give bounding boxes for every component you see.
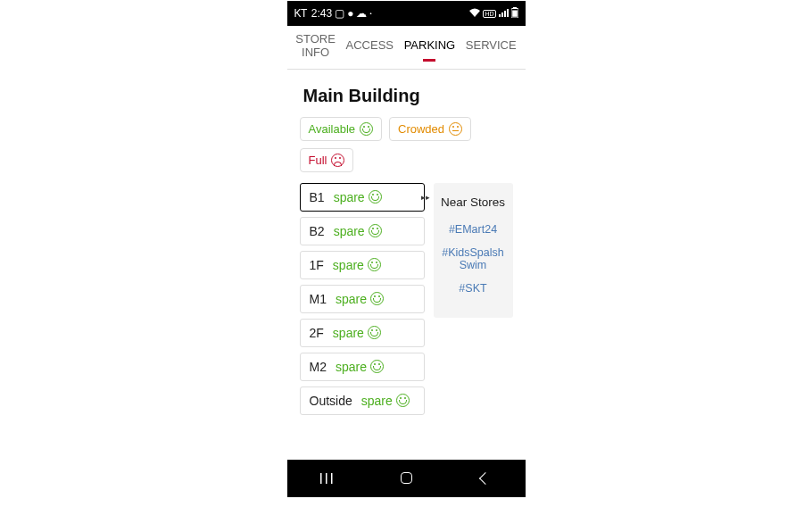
floor-outside[interactable]: Outside spare [300,386,425,415]
legend-available: Available [300,117,383,141]
smile-face-icon [370,360,384,373]
status-bar: KT 2:43 ▢ ● ☁ • HD [287,1,526,26]
neutral-face-icon [449,122,462,136]
home-icon [401,472,412,484]
floor-b2[interactable]: B2 spare [300,217,425,245]
floor-status: spare [334,190,382,204]
floor-status-label: spare [333,326,364,340]
floor-name: M2 [310,360,327,374]
tab-label: STORE [295,33,336,46]
wifi-icon [469,8,480,19]
floor-status: spare [336,360,384,374]
svg-rect-4 [326,473,327,484]
dot-icon: • [369,11,371,16]
floor-status: spare [333,326,381,340]
svg-rect-2 [512,11,518,17]
tab-label: INFO [295,46,336,60]
chevron-right-icon: ▸▸ [421,193,430,202]
floor-2f[interactable]: 2F spare [300,319,425,347]
main-columns: B1 spare ▸▸ B2 spare 1F [300,183,513,415]
android-nav-bar [287,460,526,497]
tab-service[interactable]: SERVICE [463,37,519,58]
near-stores-title: Near Stores [439,195,508,209]
legend-label: Crowded [398,122,444,136]
page-title: Main Building [303,86,513,106]
floor-m2[interactable]: M2 spare [300,353,425,381]
legend-label: Full [309,154,327,167]
floor-b1[interactable]: B1 spare ▸▸ [300,183,425,212]
smile-face-icon [369,224,382,237]
back-icon [479,472,492,485]
smile-face-icon [396,394,410,407]
floor-status-label: spare [334,190,365,204]
floor-list: B1 spare ▸▸ B2 spare 1F [300,183,425,415]
legend-label: Available [309,122,356,136]
near-store-link[interactable]: #KidsSpalsh Swim [439,246,508,271]
legend-crowded: Crowded [389,117,471,141]
floor-name: 2F [310,326,324,340]
carrier-label: KT [294,7,307,20]
chat-icon: ● [347,7,353,20]
floor-1f[interactable]: 1F spare [300,251,425,279]
near-store-link[interactable]: #SKT [439,282,508,295]
floor-status: spare [361,394,410,408]
floor-name: 1F [310,258,324,272]
floor-status-label: spare [336,292,367,306]
svg-rect-5 [331,473,333,484]
legend: Available Crowded Full [300,117,513,172]
smile-face-icon [360,122,373,136]
floor-name: M1 [310,292,327,306]
back-button[interactable] [468,474,503,483]
spacer [287,428,526,460]
floor-status-label: spare [333,258,364,272]
smile-face-icon [369,190,382,204]
hd-icon: HD [483,10,495,18]
near-store-link[interactable]: #EMart24 [439,223,508,236]
home-button[interactable] [388,472,424,484]
legend-full: Full [300,148,354,172]
near-stores-panel: Near Stores #EMart24 #KidsSpalsh Swim #S… [434,183,513,318]
floor-name: B2 [310,224,325,238]
recent-apps-button[interactable] [309,473,344,484]
floor-status: spare [333,258,381,272]
tab-parking[interactable]: PARKING [402,37,459,58]
tab-store-info[interactable]: STORE INFO [293,31,338,65]
floor-m1[interactable]: M1 spare [300,285,425,313]
floor-name: B1 [310,190,325,204]
floor-status-label: spare [336,360,367,374]
smile-face-icon [368,326,381,339]
tab-access[interactable]: ACCESS [344,37,396,58]
frown-face-icon [331,154,344,167]
tab-bar: STORE INFO ACCESS PARKING SERVICE [287,26,526,70]
floor-name: Outside [310,394,352,408]
battery-icon [511,7,518,20]
clock-label: 2:43 [311,7,332,20]
floor-status-label: spare [334,224,365,238]
smile-face-icon [370,292,384,305]
floor-status: spare [336,292,384,306]
phone-frame: KT 2:43 ▢ ● ☁ • HD STORE INFO ACCESS PAR [287,1,526,497]
svg-rect-3 [320,473,322,484]
floor-status: spare [334,224,382,238]
signal-icon [499,8,509,19]
status-left: KT 2:43 ▢ ● ☁ • [294,7,372,20]
floor-status-label: spare [361,394,393,408]
content-area: Main Building Available Crowded Full B1 … [287,70,526,428]
picture-icon: ▢ [335,7,344,20]
cloud-icon: ☁ [356,7,367,20]
smile-face-icon [368,258,381,271]
status-right: HD [469,7,518,20]
